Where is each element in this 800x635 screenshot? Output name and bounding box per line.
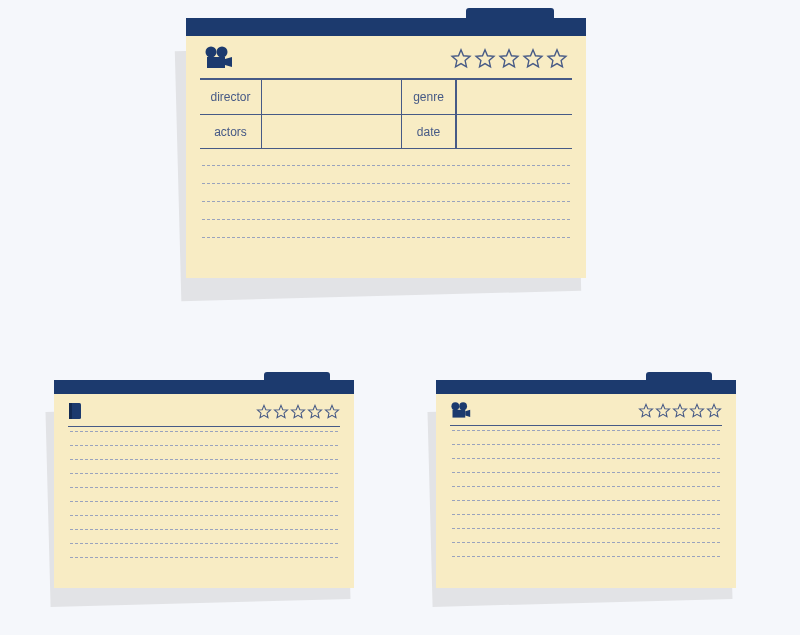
review-card-movie [436,372,736,597]
card-body [436,380,736,588]
actors-value[interactable] [262,115,402,148]
movie-camera-icon [204,46,234,70]
star-icon[interactable] [256,404,272,420]
svg-marker-11 [257,405,270,417]
star-icon[interactable] [474,48,496,70]
svg-marker-7 [524,50,542,67]
svg-marker-19 [465,410,470,417]
review-card-large: director genre actors date [186,8,586,288]
star-icon[interactable] [689,403,705,419]
date-label: date [402,115,456,148]
folder-tab [646,372,712,383]
svg-marker-23 [690,404,703,416]
note-lines[interactable] [436,426,736,565]
card-body [54,380,354,588]
svg-marker-3 [225,57,232,67]
star-icon[interactable] [498,48,520,70]
star-icon[interactable] [522,48,544,70]
review-card-book [54,372,354,597]
star-icon[interactable] [307,404,323,420]
star-icon[interactable] [324,404,340,420]
note-lines[interactable] [186,149,586,248]
genre-label: genre [402,80,456,114]
star-icon[interactable] [450,48,472,70]
svg-marker-15 [325,405,338,417]
svg-marker-13 [291,405,304,417]
star-icon[interactable] [706,403,722,419]
director-value[interactable] [262,80,402,114]
svg-marker-21 [656,404,669,416]
star-icon[interactable] [655,403,671,419]
actors-label: actors [200,115,262,148]
star-icon[interactable] [290,404,306,420]
svg-marker-24 [707,404,720,416]
date-value[interactable] [456,115,572,148]
svg-marker-22 [673,404,686,416]
svg-point-17 [459,402,467,410]
book-icon [68,402,82,420]
svg-marker-5 [476,50,494,67]
svg-marker-20 [639,404,652,416]
genre-value[interactable] [456,80,572,114]
star-icon[interactable] [546,48,568,70]
rating-stars[interactable] [256,404,340,420]
rating-stars[interactable] [450,48,568,70]
svg-marker-6 [500,50,518,67]
director-label: director [200,80,262,114]
svg-point-16 [451,402,459,410]
star-icon[interactable] [638,403,654,419]
movie-camera-icon [450,402,472,419]
star-icon[interactable] [273,404,289,420]
note-lines[interactable] [54,427,354,566]
svg-marker-8 [548,50,566,67]
folder-tab [466,8,554,22]
svg-point-1 [217,47,228,58]
svg-marker-4 [452,50,470,67]
svg-marker-14 [308,405,321,417]
star-icon[interactable] [672,403,688,419]
rating-stars[interactable] [638,403,722,419]
svg-rect-10 [69,403,72,419]
svg-rect-18 [453,410,466,418]
folder-tab [264,372,330,383]
svg-point-0 [206,47,217,58]
svg-marker-12 [274,405,287,417]
svg-rect-2 [207,57,225,68]
metadata-grid: director genre actors date [200,79,572,149]
card-body: director genre actors date [186,18,586,278]
